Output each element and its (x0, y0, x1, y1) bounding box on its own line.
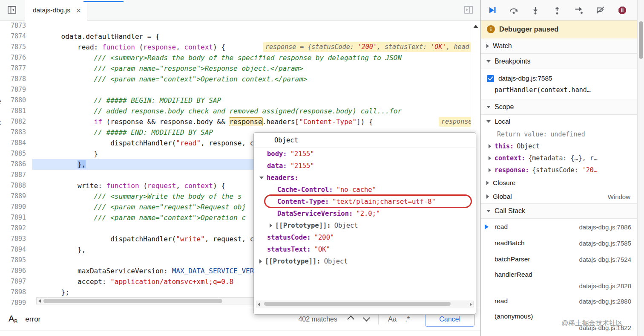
callstack-frame[interactable]: handlerReaddatajs-dbg.js:2828 (481, 267, 637, 293)
step-button[interactable] (574, 6, 584, 15)
popup-property-row[interactable]: [[Prototype]]:Object (254, 255, 476, 267)
debugger-toolbar (481, 0, 637, 20)
breakpoint-entry[interactable]: datajs-dbg.js:7585 partHandler(context.h… (481, 69, 637, 99)
scope-group-local[interactable]: Local (481, 115, 637, 128)
line-number[interactable]: 7873 (0, 20, 32, 31)
section-callstack[interactable]: Call Stack (481, 203, 637, 219)
scope-group-closure[interactable]: Closure (481, 176, 637, 190)
line-number[interactable]: 7877 (0, 63, 32, 74)
breakpoint-checkbox[interactable] (487, 75, 494, 82)
line-number[interactable]: 7883 (0, 127, 32, 138)
line-number[interactable]: 7881 (0, 106, 32, 116)
code-line[interactable]: 7873 (0, 20, 471, 31)
line-number[interactable]: 7896 (0, 266, 32, 276)
section-scope[interactable]: Scope (481, 99, 637, 115)
pause-on-exceptions-button[interactable] (617, 6, 627, 15)
code-token: ]) { (356, 118, 373, 126)
scrollbar-thumb[interactable] (639, 21, 643, 59)
code-line[interactable]: 7876 /// <summary>Reads the body of the … (0, 52, 471, 63)
line-number[interactable]: 7879 (0, 84, 32, 95)
line-number[interactable]: 7887 (0, 170, 32, 180)
collapse-icon (486, 60, 491, 63)
line-number[interactable]: 7891 (0, 212, 32, 223)
step-over-button[interactable] (509, 6, 519, 15)
code-line[interactable]: 7882 if (response && response.body && re… (0, 116, 471, 127)
file-tab[interactable]: datajs-dbg.js × (25, 0, 87, 20)
previous-match-button[interactable] (344, 313, 359, 325)
property-name: headers: (267, 174, 299, 182)
code-token: /// <param name="context">Operation cont… (45, 75, 308, 83)
line-number[interactable]: 7886 (0, 159, 32, 170)
scrollbar-thumb[interactable] (264, 302, 451, 306)
close-icon[interactable]: × (76, 6, 81, 14)
scrollbar-thumb[interactable] (43, 299, 222, 303)
scope-variable-response[interactable]: response:{statusCode: '20… (481, 164, 637, 176)
callstack-frame[interactable]: readdatajs-dbg.js:7886 (481, 219, 637, 235)
line-number[interactable]: 7899 (0, 298, 32, 308)
popup-horizontal-scrollbar[interactable] (256, 301, 474, 307)
popup-property-row: body:"2155" (254, 148, 476, 160)
popup-property-row[interactable]: headers: (254, 172, 476, 184)
scope-group-global[interactable]: GlobalWindow (481, 190, 637, 203)
preview-token: {metadata: {…}, r… (528, 154, 598, 162)
code-token: dispatchHandler( (45, 235, 176, 243)
line-number[interactable]: 7875 (0, 42, 32, 52)
toggle-debugger-sidebar-icon[interactable] (463, 5, 474, 17)
code-token: response (229, 118, 262, 126)
scope-variable-this[interactable]: this:Object (481, 140, 637, 152)
line-number[interactable]: 7885 (0, 148, 32, 159)
line-number[interactable]: 7892 (0, 223, 32, 234)
line-number[interactable]: 7876 (0, 52, 32, 63)
deactivate-breakpoints-button[interactable] (595, 6, 606, 15)
line-number[interactable]: 7897 (0, 276, 32, 287)
code-token: function (102, 43, 135, 51)
callstack-frame[interactable]: readBatchdatajs-dbg.js:7585 (481, 235, 637, 251)
section-watch[interactable]: Watch (481, 38, 637, 54)
frame-location: datajs-dbg.js:7886 (579, 223, 631, 231)
code-line-text: odata.defaultHandler = { (32, 31, 471, 42)
step-out-button[interactable] (552, 6, 562, 15)
code-line[interactable]: 7880 // ##### BEGIN: MODIFIED BY SAP (0, 95, 471, 106)
next-match-button[interactable] (359, 313, 373, 325)
match-case-button[interactable]: Aa (384, 313, 401, 325)
object-preview-popup: Object body:"2155"data:"2155"headers:Cac… (253, 132, 476, 315)
line-number[interactable]: 7884 (0, 138, 32, 148)
line-number[interactable]: 7888 (0, 180, 32, 191)
section-breakpoints[interactable]: Breakpoints (481, 54, 637, 69)
editor-tabbar: datajs-dbg.js × (0, 0, 480, 20)
frame-location: datajs-dbg.js:7585 (579, 240, 631, 247)
code-line[interactable]: 7881 // added response.body check and re… (0, 106, 471, 116)
line-number[interactable]: 7893 (0, 234, 32, 244)
line-number[interactable]: 7898 (0, 287, 32, 298)
debugger-paused-banner: i Debugger paused (481, 20, 637, 38)
popup-property-row[interactable]: [[Prototype]]:Object (254, 220, 476, 232)
scroll-left-icon[interactable] (258, 303, 260, 306)
code-line[interactable]: 7879 (0, 84, 471, 95)
code-line[interactable]: 7874 odata.defaultHandler = { (0, 31, 471, 42)
code-token: odata.defaultHandler = { (45, 32, 160, 41)
scope-variable-context[interactable]: context:{metadata: {…}, r… (481, 152, 637, 164)
callstack-frame[interactable]: batchParserdatajs-dbg.js:7524 (481, 251, 637, 267)
resume-button[interactable] (487, 6, 497, 15)
line-number[interactable]: 7882 (0, 116, 32, 127)
regex-button[interactable]: .* (401, 313, 414, 325)
line-number[interactable]: 7894 (0, 244, 32, 255)
scroll-up-icon[interactable] (473, 25, 478, 28)
code-line[interactable]: 7878 /// <param name="context">Operation… (0, 74, 471, 84)
step-into-button[interactable] (530, 6, 540, 15)
scroll-right-icon[interactable] (470, 303, 472, 306)
callstack-frame[interactable]: readdatajs-dbg.js:2880 (481, 293, 637, 309)
line-number[interactable]: 7878 (0, 74, 32, 84)
window-scrollbar[interactable] (637, 0, 644, 336)
line-number[interactable]: 7880 (0, 95, 32, 106)
toggle-navigator-icon[interactable] (7, 5, 17, 17)
search-input[interactable]: error (25, 315, 298, 324)
line-number[interactable]: 7895 (0, 255, 32, 266)
line-number[interactable]: 7889 (0, 191, 32, 202)
popup-property-row: statusCode:"200" (254, 232, 476, 243)
line-number[interactable]: 7890 (0, 202, 32, 212)
breakpoint-location: datajs-dbg.js:7585 (498, 75, 552, 82)
scroll-left-icon[interactable] (38, 299, 41, 303)
line-number[interactable]: 7874 (0, 31, 32, 42)
code-line[interactable]: 7877 /// <param name="response">Response… (0, 63, 471, 74)
